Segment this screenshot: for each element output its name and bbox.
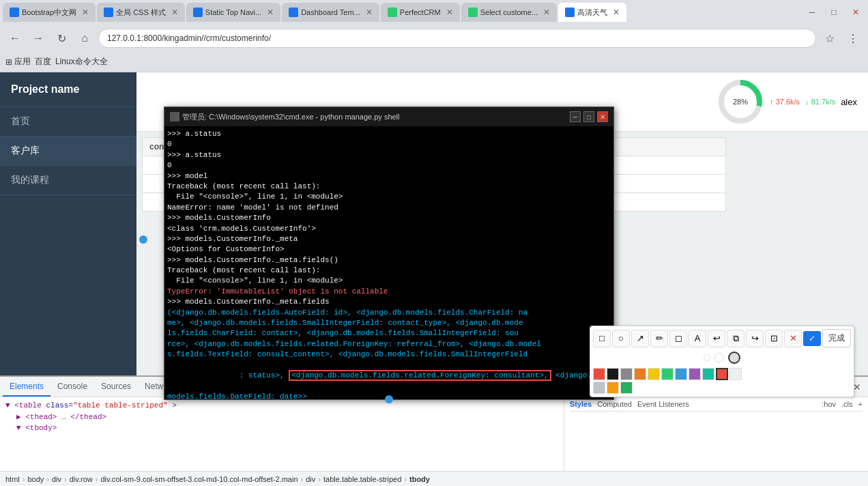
color-black[interactable] xyxy=(607,368,619,380)
anno-pen-tool[interactable]: ✏ xyxy=(650,330,668,347)
color-amber[interactable] xyxy=(607,382,619,394)
cmd-maximize-button[interactable]: □ xyxy=(583,111,594,122)
apps-icon: ⊞ xyxy=(5,57,12,67)
home-button[interactable]: ⌂ xyxy=(75,29,94,48)
tab-close-icon[interactable]: ✕ xyxy=(171,8,178,17)
browser-window: Bootstrap中文网 ✕ 全局 CSS 样式 ✕ Static Top Na… xyxy=(0,0,868,486)
tab-css[interactable]: 全局 CSS 样式 ✕ xyxy=(97,3,185,22)
pseudo-cls[interactable]: .cls xyxy=(841,400,853,408)
tab-close-icon[interactable]: ✕ xyxy=(543,8,550,17)
right-tab-computed[interactable]: Computed xyxy=(597,400,632,408)
anno-select-ellipse[interactable]: ○ xyxy=(612,330,630,347)
annotation-toolbar: □ ○ ↗ ✏ ◻ A ↩ ⧉ ↪ ⊡ ✕ ✓ 完成 xyxy=(590,326,854,397)
bookmark-label: 百度 xyxy=(35,56,51,68)
tag-name: <tbody> xyxy=(25,424,57,432)
breadcrumb-body[interactable]: body xyxy=(27,475,44,483)
breadcrumb-table[interactable]: table.table.table-striped xyxy=(323,475,401,483)
devtools-tab-console[interactable]: Console xyxy=(50,377,94,397)
color-red-selected[interactable] xyxy=(716,368,728,380)
anno-select-rect[interactable]: □ xyxy=(593,330,611,347)
refresh-button[interactable]: ↻ xyxy=(52,29,71,48)
tab-bootstrap[interactable]: Bootstrap中文网 ✕ xyxy=(3,3,96,22)
tab-dashboard[interactable]: Dashboard Tem... ✕ xyxy=(282,3,379,22)
breadcrumb-sep: › xyxy=(96,475,98,483)
bookmark-baidu[interactable]: 百度 xyxy=(35,56,51,68)
tag-expand[interactable]: ▼ xyxy=(16,424,21,432)
color-teal[interactable] xyxy=(702,368,714,380)
anno-finish-button[interactable]: 完成 xyxy=(822,329,851,347)
cmd-close-button[interactable]: ✕ xyxy=(597,111,608,122)
add-rule-icon[interactable]: + xyxy=(858,400,863,408)
bookmark-icon[interactable]: ☆ xyxy=(820,29,839,48)
anno-bookmark-button[interactable]: ⊡ xyxy=(765,330,783,347)
color-green[interactable] xyxy=(661,368,674,380)
color-yellow[interactable] xyxy=(648,368,660,380)
color-red[interactable] xyxy=(593,368,605,380)
breadcrumb-div2[interactable]: div xyxy=(306,475,315,483)
anno-arrow-tool[interactable]: ↗ xyxy=(631,330,649,347)
breadcrumb-div-row[interactable]: div.row xyxy=(70,475,93,483)
sidebar-item-home[interactable]: 首页 xyxy=(0,107,136,137)
url-bar[interactable]: 127.0.0.1:8000/kingadmin//crm/customerin… xyxy=(98,29,816,48)
devtools-tab-elements[interactable]: Elements xyxy=(3,377,50,397)
cmd-body: >>> a.status 0 >>> a.status 0 >>> model … xyxy=(164,126,613,399)
maximize-icon[interactable]: □ xyxy=(824,3,843,22)
attr-val: "table table-striped" xyxy=(73,401,168,410)
back-button[interactable]: ← xyxy=(5,29,25,48)
bookmark-apps[interactable]: ⊞ 应用 xyxy=(5,56,31,68)
tab-weather[interactable]: 高清天气 ✕ xyxy=(558,3,626,22)
color-gray[interactable] xyxy=(620,368,633,380)
color-blue[interactable] xyxy=(675,368,687,380)
minimize-icon[interactable]: ─ xyxy=(802,3,822,22)
cmd-minimize-button[interactable]: ─ xyxy=(570,111,581,122)
cmd-line: (<django.db.models.fields.AutoField: id>… xyxy=(167,308,611,318)
tag-collapse[interactable]: ▶ xyxy=(16,413,21,421)
tab-close-icon[interactable]: ✕ xyxy=(613,8,620,17)
tab-close-icon[interactable]: ✕ xyxy=(446,8,453,17)
anno-confirm-button[interactable]: ✓ xyxy=(803,331,821,346)
anno-text-tool[interactable]: A xyxy=(689,330,706,347)
dot-large[interactable] xyxy=(728,352,740,364)
breadcrumb-tbody[interactable]: tbody xyxy=(409,475,430,483)
donut-label: 28% xyxy=(733,98,748,106)
color-dark-green[interactable] xyxy=(620,382,633,394)
dot-small[interactable] xyxy=(704,354,710,361)
anno-copy-button[interactable]: ⧉ xyxy=(727,330,744,347)
tab-bar: Bootstrap中文网 ✕ 全局 CSS 样式 ✕ Static Top Na… xyxy=(0,0,868,25)
tab-close-icon[interactable]: ✕ xyxy=(267,8,274,17)
right-tab-styles[interactable]: Styles xyxy=(570,400,592,408)
tab-perfectcrm[interactable]: PerfectCRM ✕ xyxy=(381,3,460,22)
cmd-window[interactable]: 管理员: C:\Windows\system32\cmd.exe - pytho… xyxy=(164,106,614,400)
attr-name: class= xyxy=(46,401,73,410)
close-window-icon[interactable]: ✕ xyxy=(846,3,865,22)
breadcrumb-div[interactable]: div xyxy=(52,475,61,483)
color-purple[interactable] xyxy=(689,368,701,380)
settings-icon[interactable]: ⋮ xyxy=(843,29,863,48)
devtools-tab-sources[interactable]: Sources xyxy=(94,377,138,397)
resize-handle[interactable] xyxy=(385,395,393,403)
right-tab-listeners[interactable]: Event Listeners xyxy=(637,400,689,408)
resize-handle-left[interactable] xyxy=(139,235,147,244)
tab-static[interactable]: Static Top Navi... ✕ xyxy=(186,3,280,22)
color-white[interactable] xyxy=(729,368,742,380)
anno-crop-tool[interactable]: ◻ xyxy=(669,330,687,347)
breadcrumb-html[interactable]: html xyxy=(5,475,20,483)
color-orange[interactable] xyxy=(634,368,646,380)
forward-button[interactable]: → xyxy=(29,29,48,48)
tab-close-icon[interactable]: ✕ xyxy=(82,8,89,17)
color-light-gray[interactable] xyxy=(593,382,605,394)
sidebar-item-courses[interactable]: 我的课程 xyxy=(0,166,136,195)
pseudo-hov[interactable]: :hov xyxy=(822,400,836,408)
sidebar-item-customers[interactable]: 客户库 xyxy=(0,137,136,166)
cmd-line: rce>, <django.db.models.fields.related.F… xyxy=(167,339,611,349)
tab-select-customer[interactable]: Select custome... ✕ xyxy=(461,3,557,22)
anno-redo-button[interactable]: ↪ xyxy=(746,330,764,347)
anno-undo-button[interactable]: ↩ xyxy=(708,330,725,347)
dot-medium[interactable] xyxy=(714,353,724,362)
tab-close-icon[interactable]: ✕ xyxy=(366,8,373,17)
breadcrumb-div-col[interactable]: div.col-sm-9.col-sm-offset-3.col-md-10.c… xyxy=(100,475,298,483)
bookmark-linux[interactable]: Linux命令大全 xyxy=(55,56,108,68)
bookmarks-bar: ⊞ 应用 百度 Linux命令大全 xyxy=(0,52,868,72)
tab-label: PerfectCRM xyxy=(400,8,441,16)
anno-cancel-button[interactable]: ✕ xyxy=(784,330,802,347)
